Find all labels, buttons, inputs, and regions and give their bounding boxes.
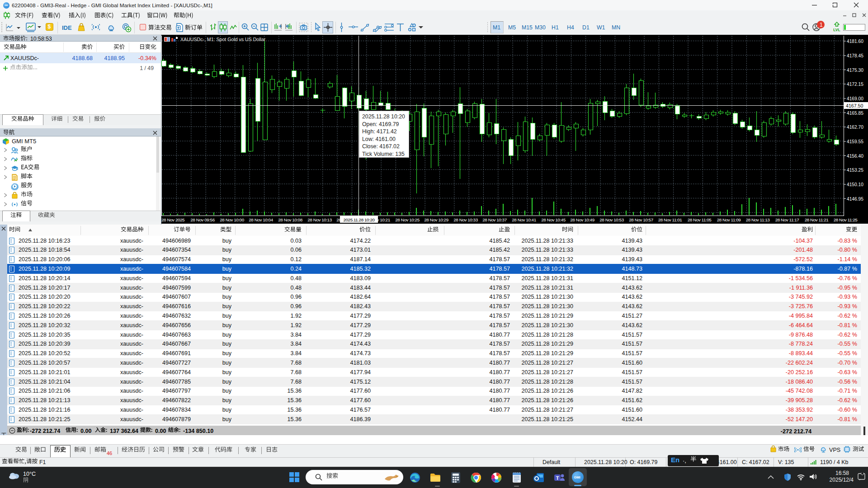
svg-text:28 Nov 10:25: 28 Nov 10:25 bbox=[395, 217, 420, 222]
svg-text:28 Nov 2025: 28 Nov 2025 bbox=[161, 217, 185, 222]
svg-text:28 Nov 10:41: 28 Nov 10:41 bbox=[512, 217, 536, 222]
svg-text:2025.11.28 10:20: 2025.11.28 10:20 bbox=[362, 113, 405, 120]
svg-text:28 Nov 10:37: 28 Nov 10:37 bbox=[482, 217, 506, 222]
svg-text:4153.25: 4153.25 bbox=[847, 168, 863, 173]
svg-text:4172.15: 4172.15 bbox=[847, 82, 863, 87]
svg-text:High: 4171.42: High: 4171.42 bbox=[362, 128, 397, 135]
svg-text:28 Nov 10:49: 28 Nov 10:49 bbox=[570, 217, 594, 222]
svg-text:4167.50: 4167.50 bbox=[846, 103, 863, 108]
svg-text:28 Nov 11:01: 28 Nov 11:01 bbox=[658, 217, 683, 222]
svg-text:28 Nov 10:33: 28 Nov 10:33 bbox=[453, 217, 478, 222]
svg-text:4181.60: 4181.60 bbox=[847, 39, 863, 44]
svg-text:28 Nov 11:09: 28 Nov 11:09 bbox=[717, 217, 741, 222]
svg-text:28 Nov 11:05: 28 Nov 11:05 bbox=[688, 217, 712, 222]
svg-text:28 Nov 10:13: 28 Nov 10:13 bbox=[307, 217, 332, 222]
svg-text:4175.30: 4175.30 bbox=[847, 68, 863, 73]
svg-text:28 Nov 10:57: 28 Nov 10:57 bbox=[629, 217, 653, 222]
svg-text:28 Nov 10:08: 28 Nov 10:08 bbox=[278, 217, 302, 222]
svg-text:XAUUSDc-, M1: Spot Gold vs US: XAUUSDc-, M1: Spot Gold vs US Dollar bbox=[180, 37, 266, 42]
svg-text:4178.45: 4178.45 bbox=[847, 53, 863, 58]
svg-text:28 Nov 10:45: 28 Nov 10:45 bbox=[541, 217, 566, 222]
svg-text:2025.11.28 10:20: 2025.11.28 10:20 bbox=[344, 217, 375, 222]
svg-text:28 Nov 10:00: 28 Nov 10:00 bbox=[220, 217, 244, 222]
svg-text:28 Nov 09:56: 28 Nov 09:56 bbox=[190, 217, 215, 222]
svg-text:4165.85: 4165.85 bbox=[847, 111, 863, 116]
svg-text:Close: 4167.02: Close: 4167.02 bbox=[362, 143, 400, 150]
svg-text:T: T bbox=[556, 475, 559, 481]
svg-text:Open: 4169.79: Open: 4169.79 bbox=[362, 121, 399, 127]
svg-text:28 Nov 11:13: 28 Nov 11:13 bbox=[746, 217, 770, 222]
svg-text:28 Nov 10:29: 28 Nov 10:29 bbox=[424, 217, 448, 222]
svg-text:4169.00: 4169.00 bbox=[847, 96, 863, 101]
svg-text:Low: 4161.00: Low: 4161.00 bbox=[362, 136, 396, 142]
svg-text:4146.95: 4146.95 bbox=[847, 197, 863, 202]
svg-text:28 Nov 11:21: 28 Nov 11:21 bbox=[805, 217, 829, 222]
svg-text:4162.70: 4162.70 bbox=[847, 125, 863, 130]
svg-text:28 Nov 10:04: 28 Nov 10:04 bbox=[249, 217, 273, 222]
svg-text:Tick Volume: 135: Tick Volume: 135 bbox=[362, 151, 405, 157]
svg-text:28 Nov 10:53: 28 Nov 10:53 bbox=[599, 217, 624, 222]
svg-text:4150.10: 4150.10 bbox=[847, 182, 863, 187]
svg-text:4156.40: 4156.40 bbox=[847, 154, 863, 159]
svg-text:4159.55: 4159.55 bbox=[847, 139, 863, 144]
svg-text:28 Nov 11:25: 28 Nov 11:25 bbox=[834, 217, 858, 222]
svg-text:28 Nov 11:17: 28 Nov 11:17 bbox=[775, 217, 799, 222]
svg-text:LVL: LVL bbox=[833, 28, 840, 32]
